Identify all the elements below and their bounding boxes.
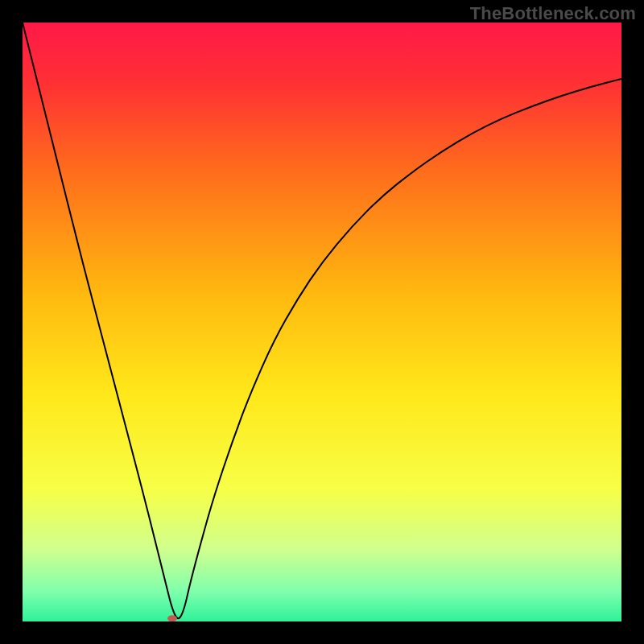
chart-frame: TheBottleneck.com <box>0 0 644 644</box>
chart-svg <box>23 23 621 621</box>
optimal-point-marker <box>167 615 177 621</box>
plot-area <box>23 23 621 621</box>
gradient-background <box>23 23 621 621</box>
watermark-text: TheBottleneck.com <box>470 3 636 24</box>
